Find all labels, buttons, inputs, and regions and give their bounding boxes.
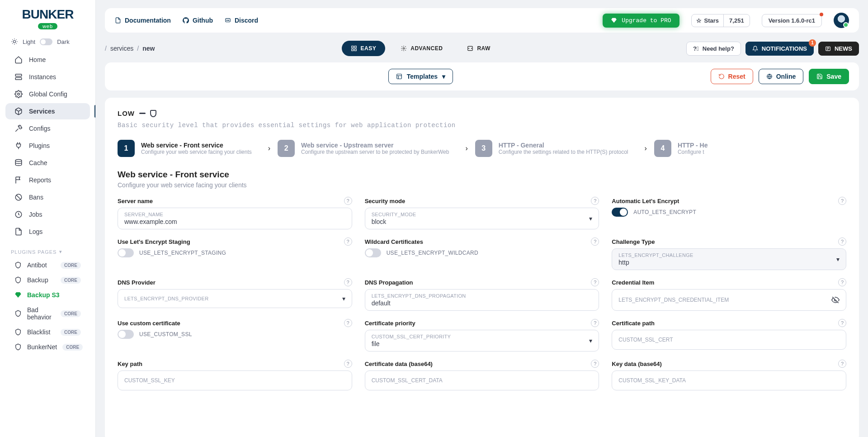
upgrade-pro-button[interactable]: Upgrade to PRO: [603, 14, 679, 28]
help-icon[interactable]: ?: [344, 360, 352, 368]
chevron-down-icon: ▾: [589, 215, 592, 222]
field-key-data: Key data (base64)? CUSTOM_SSL_KEY_DATA: [612, 360, 846, 390]
field-le-staging: Use Let's Encrypt Staging? USE_LETS_ENCR…: [118, 238, 352, 270]
subheader: / services / new EASY ADVANCED RAW ?⃝Nee…: [105, 41, 859, 56]
help-icon[interactable]: ?: [838, 319, 846, 327]
field-credential-item: Credential Item? LETS_ENCRYPT_DNS_CREDEN…: [612, 278, 846, 311]
plug-icon: [14, 142, 23, 150]
nav-logs[interactable]: Logs: [5, 223, 90, 240]
core-badge: CORE: [61, 277, 81, 284]
nav-bans[interactable]: Bans: [5, 189, 90, 205]
field-server-name: Server name? SERVER_NAME www.example.com: [118, 197, 352, 229]
link-github[interactable]: Github: [183, 17, 213, 24]
step-4[interactable]: 4 HTTP - HeConfigure t: [654, 140, 717, 157]
le-wildcard-toggle[interactable]: [365, 248, 381, 257]
cube-icon: [14, 107, 23, 115]
tab-raw[interactable]: RAW: [458, 41, 500, 56]
server-name-input[interactable]: SERVER_NAME www.example.com: [118, 208, 352, 229]
help-icon[interactable]: ?: [838, 360, 846, 368]
field-cert-priority: Certificate priority? CUSTOM_SSL_CERT_PR…: [365, 319, 599, 352]
nav-jobs[interactable]: Jobs: [5, 206, 90, 223]
avatar[interactable]: [834, 13, 849, 28]
step-2[interactable]: 2 Web service - Upstream serverConfigure…: [278, 140, 458, 157]
nav-reports[interactable]: Reports: [5, 172, 90, 188]
cert-data-input[interactable]: CUSTOM_SSL_CERT_DATA: [365, 370, 599, 390]
tab-advanced[interactable]: ADVANCED: [392, 41, 452, 56]
nav-global-config[interactable]: Global Config: [5, 86, 90, 102]
brand-logo[interactable]: BUNKER web: [0, 4, 95, 38]
link-documentation[interactable]: Documentation: [115, 17, 171, 24]
plugin-backup[interactable]: Backup CORE: [5, 273, 90, 287]
theme-dark-label: Dark: [57, 38, 69, 45]
help-icon[interactable]: ?: [591, 360, 599, 368]
plugin-bad-behavior[interactable]: Bad behavior CORE: [5, 303, 90, 324]
save-button[interactable]: Save: [809, 69, 849, 84]
plugins-pages-header[interactable]: PLUGINS PAGES ▾: [0, 241, 95, 257]
help-icon[interactable]: ?: [344, 238, 352, 246]
plugin-antibot[interactable]: Antibot CORE: [5, 258, 90, 272]
svg-rect-7: [226, 19, 231, 22]
form-grid: Server name? SERVER_NAME www.example.com…: [118, 197, 846, 390]
link-discord[interactable]: Discord: [225, 17, 258, 24]
eye-off-icon[interactable]: [831, 296, 840, 304]
shield-outline-icon: [150, 110, 156, 117]
dns-propagation-input[interactable]: LETS_ENCRYPT_DNS_PROPAGATION default: [365, 289, 599, 311]
reset-button[interactable]: Reset: [711, 69, 753, 84]
plugin-blacklist[interactable]: Blacklist CORE: [5, 325, 90, 339]
theme-switcher[interactable]: Light Dark: [0, 38, 95, 51]
main-nav: Home Instances Global Config Services Co…: [0, 52, 95, 240]
le-staging-toggle[interactable]: [118, 248, 134, 257]
help-icon[interactable]: ?: [591, 319, 599, 327]
theme-toggle[interactable]: [40, 38, 52, 45]
security-mode-select[interactable]: SECURITY_MODEblock ▾: [365, 208, 599, 229]
help-icon[interactable]: ?: [344, 319, 352, 327]
step-3[interactable]: 3 HTTP - GeneralConfigure the settings r…: [475, 140, 637, 157]
field-cert-path: Certificate path? CUSTOM_SSL_CERT: [612, 319, 846, 352]
key-data-input[interactable]: CUSTOM_SSL_KEY_DATA: [612, 370, 846, 390]
plugin-bunkernet[interactable]: BunkerNet CORE: [5, 340, 90, 354]
version-badge[interactable]: Version 1.6.0-rc1: [762, 14, 822, 27]
use-custom-ssl-toggle[interactable]: [118, 330, 134, 339]
nav-cache[interactable]: Cache: [5, 155, 90, 171]
stars-button[interactable]: ☆Stars 7,251: [691, 14, 750, 27]
core-badge: CORE: [62, 344, 83, 351]
nav-instances[interactable]: Instances: [5, 69, 90, 85]
templates-button[interactable]: Templates ▾: [388, 69, 453, 84]
auto-le-toggle[interactable]: [612, 208, 628, 217]
help-icon[interactable]: ?: [591, 278, 599, 286]
nav-plugins[interactable]: Plugins: [5, 138, 90, 154]
help-icon[interactable]: ?: [838, 238, 846, 246]
star-icon: ☆: [696, 17, 702, 24]
plugin-backup-s3[interactable]: Backup S3: [5, 288, 90, 302]
bell-icon: [752, 46, 758, 52]
nav-services[interactable]: Services: [5, 103, 90, 119]
challenge-type-select[interactable]: LETS_ENCRYPT_CHALLENGEhttp ▾: [612, 248, 846, 270]
nav-home[interactable]: Home: [5, 52, 90, 68]
key-path-input[interactable]: CUSTOM_SSL_KEY: [118, 370, 352, 390]
online-button[interactable]: Online: [759, 69, 804, 84]
news-button[interactable]: NEWS: [818, 42, 859, 56]
svg-point-9: [228, 20, 229, 21]
field-le-wildcard: Wildcard Certificates? USE_LETS_ENCRYPT_…: [365, 238, 599, 270]
nav-configs[interactable]: Configs: [5, 120, 90, 137]
breadcrumb-services[interactable]: services: [110, 45, 133, 52]
brand-name: BUNKER: [0, 7, 95, 22]
cert-priority-select[interactable]: CUSTOM_SSL_CERT_PRIORITYfile ▾: [365, 330, 599, 352]
tab-easy[interactable]: EASY: [342, 41, 386, 56]
cert-path-input[interactable]: CUSTOM_SSL_CERT: [612, 330, 846, 350]
help-icon[interactable]: ?: [838, 278, 846, 286]
help-icon[interactable]: ?: [344, 197, 352, 205]
credential-item-input[interactable]: LETS_ENCRYPT_DNS_CREDENTIAL_ITEM: [612, 289, 846, 311]
help-icon[interactable]: ?: [344, 278, 352, 286]
notifications-button[interactable]: NOTIFICATIONS 1: [745, 42, 814, 56]
dns-provider-select[interactable]: LETS_ENCRYPT_DNS_PROVIDER ▾: [118, 289, 352, 308]
help-icon[interactable]: ?: [591, 197, 599, 205]
need-help-button[interactable]: ?⃝Need help?: [686, 42, 741, 56]
step-1[interactable]: 1 Web service - Front serviceConfigure y…: [118, 140, 261, 157]
help-icon[interactable]: ?: [838, 197, 846, 205]
sliders-icon: [401, 45, 407, 52]
chevron-down-icon: ▾: [59, 249, 62, 255]
chevron-down-icon: ▾: [442, 73, 445, 80]
step-number: 3: [475, 140, 492, 157]
help-icon[interactable]: ?: [591, 238, 599, 246]
